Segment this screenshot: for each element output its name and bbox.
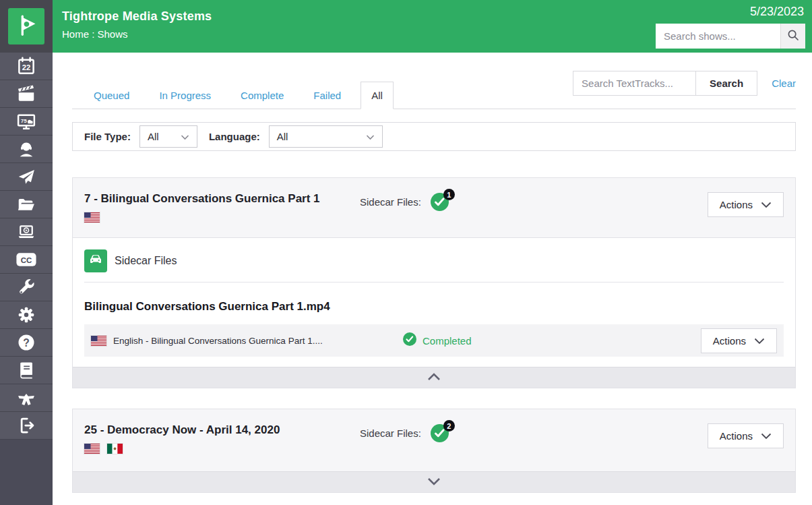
main-content: Queued In Progress Complete Failed All S… (53, 53, 812, 493)
file-type-select[interactable]: All (139, 125, 197, 148)
us-flag-icon (84, 444, 100, 454)
tab-failed[interactable]: Failed (303, 82, 351, 109)
actions-label: Actions (713, 335, 746, 347)
sidebar-item-files[interactable] (0, 191, 53, 218)
sidebar-item-support[interactable] (0, 136, 53, 163)
show-actions-button[interactable]: Actions (708, 423, 784, 448)
app-logo[interactable] (8, 8, 44, 44)
show-card: 7 - Bilingual Conversations Guernica Par… (72, 177, 796, 388)
check-circle-icon (431, 202, 449, 213)
sidebar-item-weather-display[interactable]: 75 (0, 108, 53, 136)
sidebar-item-help[interactable]: ? (0, 329, 53, 357)
language-label: Language: (209, 131, 260, 142)
sidecar-status-badge[interactable]: 1 (431, 193, 449, 211)
book-icon (16, 360, 36, 380)
sidebar-item-logout[interactable] (0, 412, 53, 440)
chevron-down-icon (761, 199, 772, 210)
sidebar-item-settings[interactable] (0, 301, 53, 329)
tabs-row: Queued In Progress Complete Failed All S… (72, 53, 796, 109)
chevron-down-icon (761, 430, 772, 442)
collapse-toggle[interactable] (73, 367, 795, 388)
texttracks-search-button[interactable]: Search (696, 71, 757, 96)
sidebar-item-media-player[interactable] (0, 218, 53, 246)
chevron-up-icon (427, 372, 441, 384)
language-value: All (277, 131, 288, 142)
sidecar-count-badge: 1 (443, 189, 455, 200)
texttrack-actions-button[interactable]: Actions (701, 328, 777, 353)
wrench-icon (16, 277, 36, 297)
show-card: 25 - Democracy Now - April 14, 2020 (72, 409, 796, 493)
app-title: Tightrope Media Systems (62, 9, 812, 24)
tab-queued[interactable]: Queued (84, 82, 139, 109)
sidecar-files-label: Sidecar Files: (360, 196, 421, 208)
calendar-icon: 22 (16, 56, 36, 76)
headset-person-icon (16, 139, 36, 159)
mx-flag-icon (107, 444, 123, 454)
help-icon: ? (16, 332, 36, 353)
sidecar-section-title: Sidecar Files (115, 255, 177, 267)
svg-text:22: 22 (22, 63, 31, 71)
expand-toggle[interactable] (73, 471, 795, 492)
car-icon (88, 251, 104, 270)
status-text: Completed (423, 335, 472, 347)
sidecar-status-badge[interactable]: 2 (431, 424, 449, 442)
magnifier-icon (786, 28, 800, 44)
search-shows-button[interactable] (780, 24, 805, 49)
sidecar-count-badge: 2 (443, 420, 455, 432)
file-type-value: All (148, 131, 159, 142)
svg-text:CC: CC (21, 256, 32, 264)
sidebar-item-tools[interactable] (0, 274, 53, 301)
show-card-header: 25 - Democracy Now - April 14, 2020 (73, 409, 795, 471)
clear-link[interactable]: Clear (772, 78, 796, 89)
texttrack-label: English - Bilingual Conversations Guerni… (113, 336, 403, 346)
acrobat-icon (16, 388, 36, 408)
closed-captions-icon: CC (15, 249, 38, 270)
folder-open-icon (16, 194, 36, 214)
us-flag-icon (91, 336, 106, 346)
show-card-header: 7 - Bilingual Conversations Guernica Par… (73, 178, 795, 237)
check-circle-icon (403, 332, 416, 349)
tab-complete[interactable]: Complete (230, 82, 294, 109)
language-select[interactable]: All (269, 125, 383, 148)
topbar: Tightrope Media Systems Home : Shows 5/2… (53, 0, 812, 53)
show-card-details: Sidecar Files Bilingual Conversations Gu… (73, 237, 795, 367)
play-flag-icon (14, 13, 38, 40)
tab-in-progress[interactable]: In Progress (149, 82, 221, 109)
laptop-play-icon (16, 222, 36, 242)
logout-icon (16, 415, 36, 436)
check-circle-icon (431, 433, 449, 444)
tab-all[interactable]: All (361, 82, 394, 109)
show-title: 25 - Democracy Now - April 14, 2020 (84, 423, 360, 437)
search-texttracks-input[interactable] (573, 71, 696, 96)
show-search (656, 24, 805, 49)
actions-label: Actions (720, 430, 753, 442)
divider (84, 282, 784, 283)
chevron-down-icon (181, 131, 189, 142)
texttrack-row: English - Bilingual Conversations Guerni… (84, 324, 784, 357)
sidebar-item-schedule[interactable]: 22 (0, 53, 53, 80)
filter-bar: File Type: All Language: All (72, 122, 796, 151)
search-shows-input[interactable] (656, 24, 780, 49)
sidebar-item-shows[interactable] (0, 80, 53, 108)
texttracks-search: Search Clear (573, 71, 796, 96)
us-flag-icon (84, 212, 100, 222)
sidebar-item-captions[interactable]: CC (0, 246, 53, 274)
show-actions-button[interactable]: Actions (708, 192, 784, 217)
chevron-down-icon (366, 131, 375, 142)
texttrack-status: Completed (403, 332, 472, 349)
weather-display-icon: 75 (16, 111, 36, 131)
file-name-heading: Bilingual Conversations Guernica Part 1.… (84, 300, 784, 314)
current-date: 5/23/2023 (750, 5, 804, 19)
sidebar-item-docs[interactable] (0, 357, 53, 384)
chevron-down-icon (754, 335, 765, 347)
actions-label: Actions (720, 199, 753, 210)
paper-plane-icon (16, 167, 36, 187)
svg-text:?: ? (23, 337, 30, 349)
file-type-label: File Type: (84, 131, 131, 142)
show-title: 7 - Bilingual Conversations Guernica Par… (84, 192, 360, 206)
clapperboard-icon (16, 84, 36, 104)
sidebar-item-send[interactable] (0, 163, 53, 191)
svg-text:75: 75 (21, 118, 28, 124)
sidebar-item-acrobat[interactable] (0, 384, 53, 412)
chevron-down-icon (427, 476, 441, 488)
